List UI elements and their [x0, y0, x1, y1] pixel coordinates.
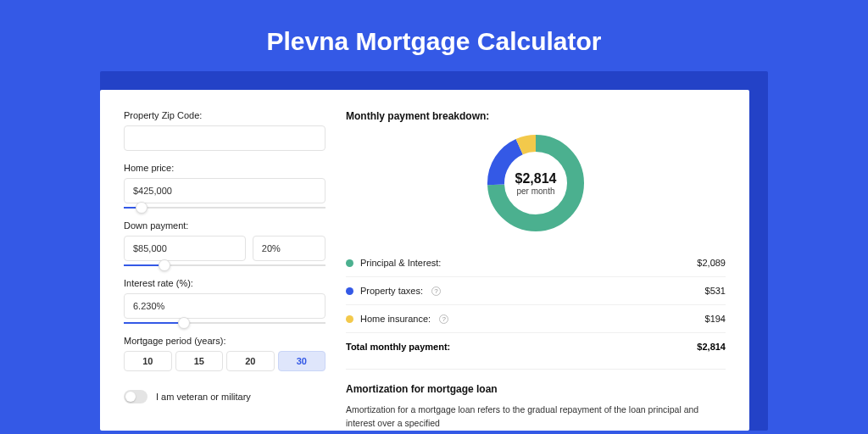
info-icon[interactable]: ?: [431, 287, 441, 296]
period-group: Mortgage period (years): 10152030: [124, 336, 326, 371]
legend-value: $531: [705, 286, 726, 296]
veteran-toggle[interactable]: [124, 390, 147, 403]
donut-center: $2,814 per month: [485, 132, 587, 234]
down-payment-slider[interactable]: [124, 264, 326, 266]
form-column: Property Zip Code: Home price: Down paym…: [124, 110, 326, 431]
period-buttons: 10152030: [124, 351, 326, 371]
legend-label: Principal & Interest:: [360, 258, 441, 268]
period-option-10[interactable]: 10: [124, 351, 172, 371]
total-label: Total monthly payment:: [346, 342, 450, 352]
slider-thumb[interactable]: [159, 259, 170, 271]
veteran-label: I am veteran or military: [156, 392, 251, 402]
legend-dot: [346, 315, 353, 323]
interest-rate-slider[interactable]: [124, 322, 326, 324]
down-payment-label: Down payment:: [124, 220, 326, 231]
legend-value: $2,089: [697, 258, 726, 268]
legend-label: Property taxes:: [360, 286, 423, 296]
legend-row: Home insurance:?$194: [346, 304, 726, 332]
donut-value: $2,814: [515, 171, 557, 186]
calculator-card: Property Zip Code: Home price: Down paym…: [100, 90, 749, 431]
card-shadow-wrap: Property Zip Code: Home price: Down paym…: [100, 71, 768, 431]
period-option-20[interactable]: 20: [226, 351, 275, 371]
home-price-group: Home price:: [124, 163, 326, 209]
breakdown-heading: Monthly payment breakdown:: [346, 110, 726, 122]
info-icon[interactable]: ?: [439, 314, 448, 324]
home-price-label: Home price:: [124, 163, 326, 173]
veteran-toggle-row: I am veteran or military: [124, 390, 326, 403]
period-option-30[interactable]: 30: [278, 351, 326, 371]
page-title: Plevna Mortgage Calculator: [0, 0, 868, 71]
breakdown-column: Monthly payment breakdown: $2,814 per mo…: [346, 110, 726, 431]
amortization-section: Amortization for mortgage loan Amortizat…: [346, 369, 726, 431]
slider-thumb[interactable]: [178, 317, 190, 329]
amortization-text: Amortization for a mortgage loan refers …: [346, 403, 726, 431]
legend-dot: [346, 259, 353, 267]
donut-sub: per month: [516, 186, 554, 196]
slider-thumb[interactable]: [136, 202, 147, 214]
interest-rate-input[interactable]: [124, 293, 326, 319]
down-payment-percent-input[interactable]: [253, 236, 326, 261]
period-label: Mortgage period (years):: [124, 336, 326, 346]
home-price-slider[interactable]: [124, 207, 326, 209]
period-option-15[interactable]: 15: [175, 351, 224, 371]
zip-field-group: Property Zip Code:: [124, 110, 326, 151]
donut-chart-wrap: $2,814 per month: [346, 131, 726, 249]
interest-rate-label: Interest rate (%):: [124, 278, 326, 288]
donut-chart: $2,814 per month: [485, 132, 587, 234]
interest-rate-group: Interest rate (%):: [124, 278, 326, 324]
down-payment-amount-input[interactable]: [124, 236, 246, 261]
down-payment-group: Down payment:: [124, 220, 326, 266]
home-price-input[interactable]: [124, 178, 326, 203]
legend-row: Property taxes:?$531: [346, 276, 726, 304]
legend-value: $194: [705, 314, 726, 324]
amortization-heading: Amortization for mortgage loan: [346, 383, 726, 395]
zip-label: Property Zip Code:: [124, 110, 326, 120]
total-value: $2,814: [697, 342, 726, 352]
legend-row: Principal & Interest:$2,089: [346, 249, 726, 276]
total-row: Total monthly payment: $2,814: [346, 332, 726, 360]
zip-input[interactable]: [124, 125, 326, 151]
toggle-knob: [125, 392, 136, 402]
legend-label: Home insurance:: [360, 314, 431, 324]
legend-list: Principal & Interest:$2,089Property taxe…: [346, 249, 726, 332]
legend-dot: [346, 287, 353, 295]
